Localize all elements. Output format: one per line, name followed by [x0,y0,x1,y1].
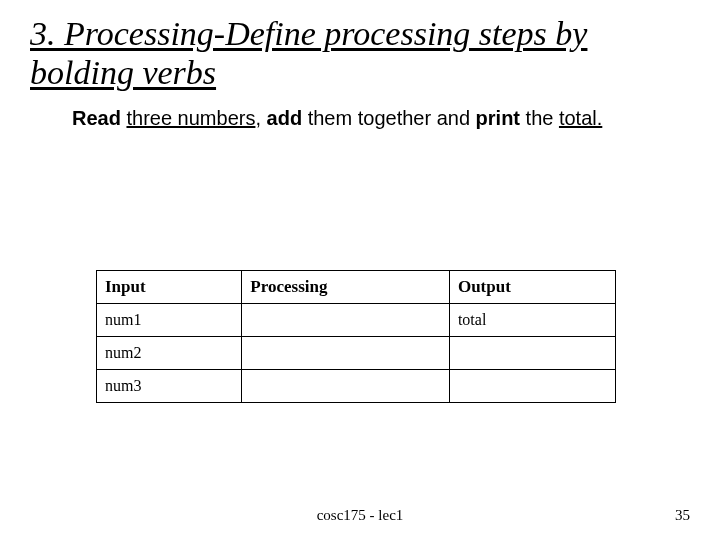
cell-input: num2 [97,337,242,370]
ipo-table: Input Processing Output num1totalnum2num… [96,270,616,403]
instruction-text: Read three numbers, add them together an… [0,98,662,131]
instruction-fragment: Read [72,107,121,129]
cell-processing [242,304,450,337]
cell-output: total [449,304,615,337]
instruction-fragment: three numbers [126,107,255,129]
header-input: Input [97,271,242,304]
table-row: num2 [97,337,616,370]
footer-page-number: 35 [675,507,690,524]
instruction-fragment: them together and [302,107,475,129]
cell-input: num1 [97,304,242,337]
cell-input: num3 [97,370,242,403]
ipo-table-wrap: Input Processing Output num1totalnum2num… [96,270,616,403]
header-output: Output [449,271,615,304]
table-row: num3 [97,370,616,403]
footer-course: cosc175 - lec1 [0,507,720,524]
cell-output [449,337,615,370]
instruction-fragment: the [520,107,559,129]
header-processing: Processing [242,271,450,304]
instruction-fragment: total. [559,107,602,129]
instruction-fragment: add [267,107,303,129]
cell-output [449,370,615,403]
cell-processing [242,370,450,403]
slide-title: 3. Processing-Define processing steps by… [0,0,720,98]
table-header-row: Input Processing Output [97,271,616,304]
instruction-fragment: , [255,107,266,129]
instruction-fragment: print [476,107,520,129]
cell-processing [242,337,450,370]
table-row: num1total [97,304,616,337]
slide: 3. Processing-Define processing steps by… [0,0,720,540]
